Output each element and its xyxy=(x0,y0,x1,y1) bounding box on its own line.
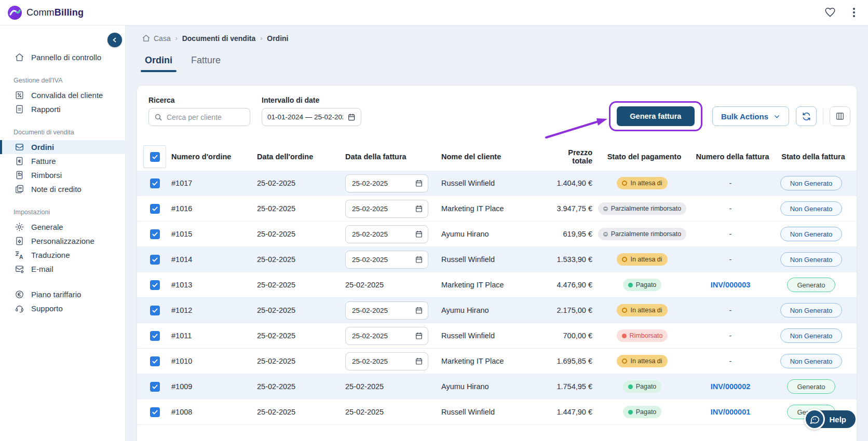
sidebar-item-e-mail[interactable]: E-mail xyxy=(0,262,125,276)
sidebar-item-personalizzazione[interactable]: Personalizzazione xyxy=(0,234,125,248)
calendar-icon xyxy=(415,204,423,213)
customer-name: Marketing IT Place xyxy=(437,357,549,365)
invoice-status-pill: Non Generato xyxy=(780,328,843,343)
search-input[interactable] xyxy=(167,113,245,121)
payment-status-badge: In attesa di xyxy=(617,355,667,367)
payment-status-badge: Pagato xyxy=(623,380,662,393)
column-header-numero-d-ordine: Numero d'ordine xyxy=(167,153,253,161)
invoice-number-cell: INV/000001 xyxy=(689,408,772,416)
customer-name: Ayumu Hirano xyxy=(437,306,549,314)
help-widget[interactable]: Help xyxy=(804,409,856,430)
status-dot-icon xyxy=(622,334,627,338)
search-input-wrap xyxy=(148,108,250,126)
order-date: 25-02-2025 xyxy=(253,306,341,314)
sidebar-item-generale[interactable]: Generale xyxy=(0,220,125,234)
invoice-number-cell: INV/000002 xyxy=(689,382,772,391)
row-checkbox[interactable] xyxy=(150,229,160,239)
invoice-date-input[interactable]: 25-02-2025 xyxy=(345,251,428,269)
invoice-status-pill: Non Generato xyxy=(780,252,843,267)
favorites-heart-icon[interactable] xyxy=(824,7,836,18)
tab-ordini[interactable]: Ordini xyxy=(145,55,172,72)
mail-gear-icon xyxy=(15,264,24,274)
invoice-date-cell: 25-02-2025 xyxy=(341,174,437,192)
invoice-date-input[interactable]: 25-02-2025 xyxy=(345,352,428,370)
refresh-button[interactable] xyxy=(796,106,817,126)
total-price: 619,95 € xyxy=(549,230,595,238)
breadcrumb: Casa › Documenti di vendita › Ordini xyxy=(142,34,868,43)
row-checkbox[interactable] xyxy=(150,356,160,366)
sidebar-item-fatture[interactable]: Fatture xyxy=(0,154,125,168)
check-icon xyxy=(152,180,158,187)
invoice-date-cell: 25-02-2025 xyxy=(341,382,437,391)
sidebar-item-piano-tariffario[interactable]: Piano tariffario xyxy=(0,287,125,301)
breadcrumb-documenti[interactable]: Documenti di vendita xyxy=(182,34,256,43)
credit-note-icon xyxy=(15,184,24,194)
invoice-status-pill: Non Generato xyxy=(780,303,843,318)
sidebar-collapse-button[interactable] xyxy=(107,33,122,47)
customer-name: Russell Winfield xyxy=(437,179,549,187)
invoice-number-empty: - xyxy=(729,179,732,187)
invoice-number-link[interactable]: INV/000001 xyxy=(711,408,751,416)
select-all-checkbox[interactable] xyxy=(150,152,160,162)
row-checkbox[interactable] xyxy=(150,280,160,290)
row-checkbox[interactable] xyxy=(150,178,160,188)
order-date: 25-02-2025 xyxy=(253,204,341,213)
row-checkbox[interactable] xyxy=(150,255,160,265)
main-content: Casa › Documenti di vendita › Ordini Ord… xyxy=(126,25,868,441)
tab-fatture[interactable]: Fatture xyxy=(191,55,221,72)
kebab-menu-icon[interactable] xyxy=(849,7,859,18)
total-price: 1.404,90 € xyxy=(549,179,595,187)
columns-settings-button[interactable] xyxy=(830,106,850,126)
row-checkbox[interactable] xyxy=(150,382,160,392)
sidebar-item-rapporti[interactable]: Rapporti xyxy=(0,102,125,116)
generate-invoice-button[interactable]: Genera fattura xyxy=(617,106,695,126)
sidebar-item-note-di-credito[interactable]: Note di credito xyxy=(0,182,125,196)
table-row: #100825-02-202525-02-2025Russell Winfiel… xyxy=(137,399,857,425)
refund-icon xyxy=(15,170,24,180)
orders-icon xyxy=(15,142,24,152)
invoice-date-input[interactable]: 25-02-2025 xyxy=(345,327,428,345)
invoice-date-input[interactable]: 25-02-2025 xyxy=(345,174,428,192)
app-window: CommBilling Pannello di controlloGestion… xyxy=(0,0,868,441)
sidebar-item-ordini[interactable]: Ordini xyxy=(0,140,125,154)
invoice-date-input[interactable]: 25-02-2025 xyxy=(345,225,428,243)
tabs: Ordini Fatture xyxy=(145,55,868,72)
calendar-icon xyxy=(415,230,423,238)
sidebar-item-supporto[interactable]: Supporto xyxy=(0,301,125,315)
sidebar-item-rimborsi[interactable]: Rimborsi xyxy=(0,168,125,182)
table-row: #101725-02-202525-02-2025Russell Winfiel… xyxy=(137,171,857,196)
sidebar-item-convalida-del-cliente[interactable]: Convalida del cliente xyxy=(0,88,125,102)
header-checkbox-cell xyxy=(143,145,166,168)
invoice-number-cell: - xyxy=(689,179,772,187)
breadcrumb-home[interactable]: Casa xyxy=(142,34,171,43)
row-checkbox[interactable] xyxy=(150,407,160,417)
order-number: #1017 xyxy=(167,179,253,187)
sidebar-item-traduzione[interactable]: ATraduzione xyxy=(0,248,125,262)
calendar-icon xyxy=(415,306,423,314)
invoice-number-cell: - xyxy=(689,306,772,314)
row-checkbox[interactable] xyxy=(150,331,160,341)
order-date: 25-02-2025 xyxy=(253,408,341,416)
total-price: 1.533,90 € xyxy=(549,255,595,264)
invoice-date-input[interactable]: 25-02-2025 xyxy=(345,200,428,218)
column-header-numero-della-fattura: Numero della fattura xyxy=(689,153,772,161)
breadcrumb-current: Ordini xyxy=(267,34,288,43)
row-checkbox[interactable] xyxy=(150,306,160,315)
invoice-date-input[interactable]: 25-02-2025 xyxy=(345,301,428,320)
row-checkbox[interactable] xyxy=(150,204,160,214)
brand-logo: CommBilling xyxy=(7,5,84,20)
invoice-number-link[interactable]: INV/000003 xyxy=(711,281,751,289)
date-range-input[interactable]: 01-01-2024 — 25-02-202 xyxy=(262,108,361,126)
invoice-date-cell: 25-02-2025 xyxy=(341,408,437,416)
commbilling-logo-icon xyxy=(7,5,22,20)
column-header-stato-della-fattura: Stato della fattura xyxy=(772,153,850,161)
invoice-number-empty: - xyxy=(729,306,732,314)
order-date: 25-02-2025 xyxy=(253,281,341,289)
bulk-actions-button[interactable]: Bulk Actions xyxy=(712,106,789,126)
check-icon xyxy=(152,231,158,238)
invoice-number-link[interactable]: INV/000002 xyxy=(711,382,751,391)
sidebar-item-pannello-di-controllo[interactable]: Pannello di controllo xyxy=(0,50,125,64)
payment-status-badge: In attesa di xyxy=(617,304,667,316)
invoice-number-cell: INV/000003 xyxy=(689,281,772,289)
order-date: 25-02-2025 xyxy=(253,179,341,187)
